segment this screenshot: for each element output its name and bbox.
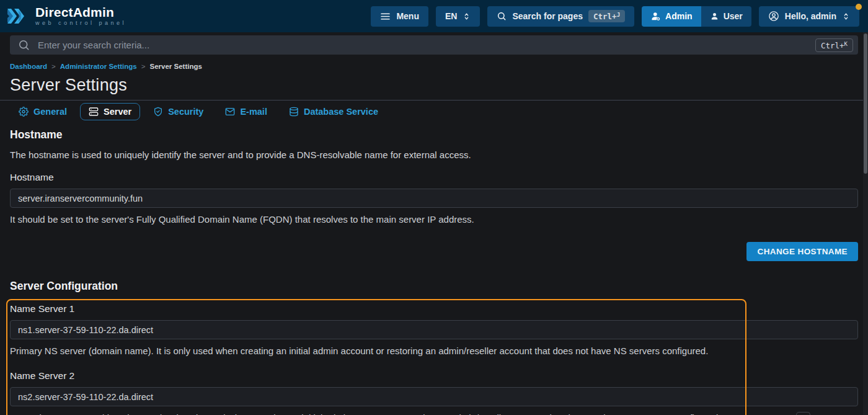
name-server-2-field: Name Server 2 Secondary NS server (domai… [10,370,858,415]
greeting-label: Hello, admin [785,11,836,21]
name-server-2-input[interactable] [10,387,858,406]
server-icon [89,107,99,117]
main-content: Dashboard > Administrator Settings > Ser… [0,63,868,415]
language-selector-value: EN [445,11,457,21]
admin-user-gear-icon [650,11,661,22]
tab-email[interactable]: E-mail [216,103,276,120]
name-server-1-field: Name Server 1 Primary NS server (domain … [10,303,858,356]
role-admin-button[interactable]: Admin [642,6,701,27]
global-search-bar: Ctrl+K [10,35,858,55]
hostname-section: Hostname The hostname is used to uniquel… [10,128,858,261]
tab-email-label: E-mail [240,107,267,117]
gear-icon [19,107,29,117]
brand-tagline: web control panel [35,20,126,26]
role-user-button[interactable]: User [701,6,751,27]
account-menu-button[interactable]: Hello, admin [759,6,859,27]
page-search-button[interactable]: Search for pages Ctrl+J [487,6,634,27]
page-search-shortcut: Ctrl+J [588,10,625,22]
name-server-1-input[interactable] [10,320,858,339]
directadmin-logo[interactable]: DirectAdmin web control panel [6,6,126,27]
chevrons-up-down-icon [463,12,471,21]
search-icon [497,11,507,21]
user-circle-icon [768,11,779,22]
name-server-2-help: Secondary NS server (domain name). It is… [10,413,858,415]
tab-security-label: Security [168,107,203,117]
breadcrumb-dashboard[interactable]: Dashboard [10,63,47,70]
hostname-section-heading: Hostname [10,128,858,141]
user-icon [710,12,719,21]
language-selector[interactable]: EN [436,6,480,27]
server-configuration-heading: Server Configuration [10,280,858,293]
server-configuration-section: Server Configuration Name Server 1 Prima… [10,280,858,415]
partially-visible-element [796,412,810,415]
hostname-actions-row: CHANGE HOSTNAME [10,242,858,261]
page-title: Server Settings [10,76,858,95]
tab-database-service-label: Database Service [304,107,378,117]
title-divider [0,100,868,100]
shield-check-icon [153,107,163,117]
tab-database-service[interactable]: Database Service [280,103,387,120]
name-server-1-help: Primary NS server (domain name). It is o… [10,346,858,356]
hamburger-menu-icon [380,11,391,22]
page-search-label: Search for pages [512,11,583,21]
tab-server-label: Server [104,107,131,117]
settings-tabs: General Server Security [10,103,858,120]
notification-dot [856,4,862,10]
breadcrumb-current: Server Settings [149,63,202,70]
breadcrumb-separator: > [51,63,56,70]
page-scrollbar[interactable] [863,32,868,415]
global-search-shortcut: Ctrl+K [815,38,853,52]
role-switcher: Admin User [642,6,751,27]
tab-general-label: General [33,107,67,117]
global-search-input[interactable] [37,39,808,51]
name-server-1-label: Name Server 1 [10,303,858,315]
hostname-field-help: It should be set to the server's Fully Q… [10,214,858,225]
search-icon [18,39,30,51]
scrollbar-thumb[interactable] [864,33,867,174]
hostname-field-label: Hostname [10,172,858,183]
directadmin-logo-icon [6,6,30,27]
breadcrumb: Dashboard > Administrator Settings > Ser… [10,63,858,70]
breadcrumb-administrator-settings[interactable]: Administrator Settings [60,63,137,70]
menu-button-label: Menu [396,11,419,21]
name-server-2-label: Name Server 2 [10,370,858,382]
tab-server[interactable]: Server [80,103,140,120]
role-admin-label: Admin [665,11,693,21]
role-user-label: User [724,11,743,21]
change-hostname-button[interactable]: CHANGE HOSTNAME [746,242,858,261]
header-actions: Menu EN Search for pages Ctrl+J [371,6,859,27]
tab-general[interactable]: General [10,103,76,120]
breadcrumb-separator: > [141,63,146,70]
chevrons-up-down-icon [842,12,850,21]
database-icon [289,107,299,117]
menu-button[interactable]: Menu [371,6,428,27]
envelope-icon [225,107,235,117]
top-header: DirectAdmin web control panel Menu EN [0,0,868,32]
brand-name: DirectAdmin [35,6,126,19]
name-server-fields-group: Name Server 1 Primary NS server (domain … [10,303,858,415]
tab-security[interactable]: Security [144,103,212,120]
hostname-input[interactable] [10,189,858,208]
hostname-section-description: The hostname is used to uniquely identif… [10,149,858,160]
